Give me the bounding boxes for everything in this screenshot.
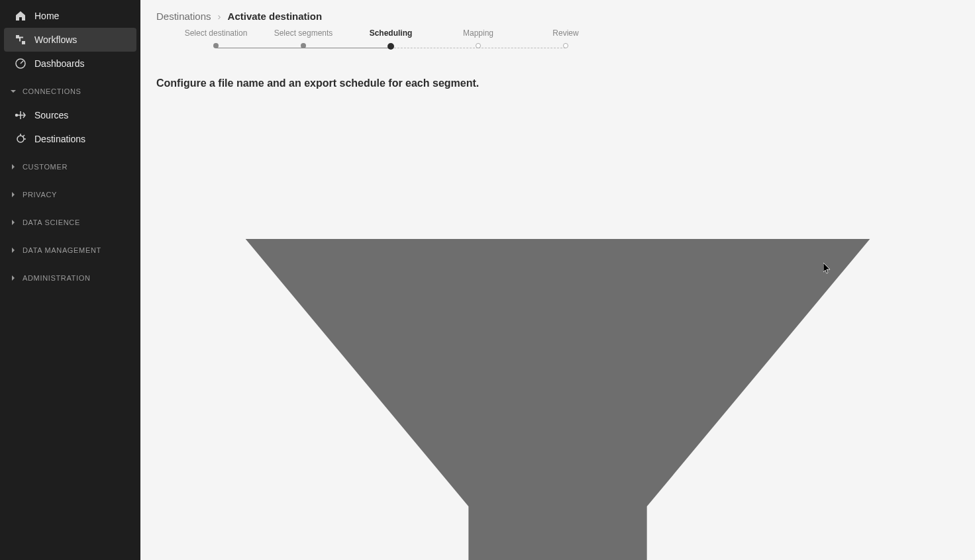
sidebar-section-customer[interactable]: CUSTOMER (0, 155, 140, 179)
sidebar-item-label: Dashboards (34, 58, 85, 69)
section-label: DATA SCIENCE (23, 218, 80, 226)
section-label: ADMINISTRATION (23, 274, 91, 282)
sources-icon (15, 109, 26, 121)
chevron-right-icon (9, 163, 17, 171)
step-select-segments[interactable]: Select segments (260, 28, 347, 48)
breadcrumb-current: Activate destination (228, 11, 323, 22)
sidebar-section-data-science[interactable]: DATA SCIENCE (0, 210, 140, 234)
step-mapping[interactable]: Mapping (435, 28, 522, 48)
left-sidebar: Home Workflows Dashboards CONNECTIONS So… (0, 0, 140, 560)
sidebar-section-data-management[interactable]: DATA MANAGEMENT (0, 238, 140, 262)
step-dot-icon (301, 43, 306, 48)
step-label: Select destination (185, 28, 248, 38)
destinations-icon (15, 133, 26, 145)
breadcrumb: Destinations › Activate destination (156, 11, 959, 22)
step-label: Mapping (463, 28, 493, 38)
step-dot-icon (476, 43, 481, 48)
section-label: PRIVACY (23, 191, 57, 199)
chevron-right-icon (9, 274, 17, 282)
svg-rect-0 (16, 35, 19, 38)
sidebar-item-workflows[interactable]: Workflows (4, 28, 136, 52)
sidebar-section-administration[interactable]: ADMINISTRATION (0, 266, 140, 290)
section-label: CUSTOMER (23, 163, 68, 171)
chevron-right-icon (9, 191, 17, 199)
chevron-right-icon (9, 246, 17, 254)
step-label: Scheduling (370, 28, 413, 38)
breadcrumb-parent[interactable]: Destinations (156, 11, 211, 22)
sidebar-item-label: Workflows (34, 34, 77, 45)
page-title: Configure a file name and an export sche… (156, 77, 959, 89)
section-label: DATA MANAGEMENT (23, 246, 101, 254)
step-select-destination[interactable]: Select destination (172, 28, 260, 48)
step-dot-icon (213, 43, 219, 48)
svg-rect-1 (22, 41, 25, 44)
sidebar-item-home[interactable]: Home (0, 4, 140, 28)
wizard-stepper: Select destination Select segments Sched… (156, 22, 959, 50)
home-icon (15, 10, 26, 22)
sidebar-item-label: Destinations (34, 134, 85, 144)
step-label: Review (552, 28, 578, 38)
chevron-right-icon (9, 218, 17, 226)
sidebar-section-connections[interactable]: CONNECTIONS (0, 79, 140, 103)
sidebar-section-privacy[interactable]: PRIVACY (0, 183, 140, 207)
sidebar-item-label: Home (34, 11, 59, 21)
step-dot-icon (387, 43, 394, 50)
chevron-right-icon: › (218, 11, 221, 22)
step-review[interactable]: Review (522, 28, 609, 48)
dashboard-icon (15, 58, 26, 70)
step-dot-icon (563, 43, 568, 48)
main-content: Destinations › Activate destination Sele… (140, 0, 975, 560)
workflow-icon (15, 34, 26, 46)
sidebar-item-destinations[interactable]: Destinations (0, 127, 140, 151)
step-scheduling[interactable]: Scheduling (347, 28, 435, 50)
sidebar-item-label: Sources (34, 110, 68, 120)
sidebar-item-sources[interactable]: Sources (0, 103, 140, 127)
sidebar-item-dashboards[interactable]: Dashboards (0, 52, 140, 75)
svg-point-3 (16, 115, 18, 117)
section-label: CONNECTIONS (23, 87, 81, 95)
chevron-down-icon (9, 87, 17, 95)
step-label: Select segments (274, 28, 333, 38)
